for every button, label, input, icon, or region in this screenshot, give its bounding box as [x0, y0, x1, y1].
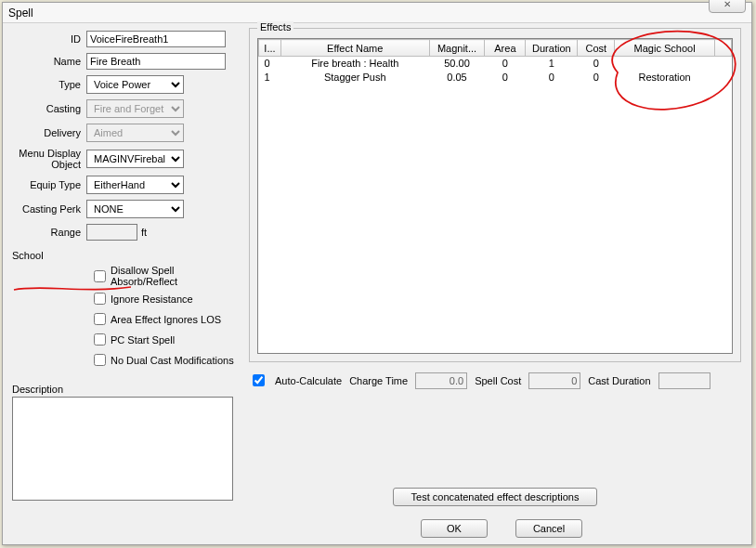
pc-start-spell-checkbox[interactable] — [94, 333, 106, 346]
menu-display-object-select[interactable]: MAGINVFireballArt — [86, 150, 184, 168]
spell-cost-label: Spell Cost — [475, 375, 521, 386]
auto-calculate-checkbox[interactable] — [253, 374, 265, 386]
titlebar: Spell ✕ — [3, 3, 751, 23]
effect-row[interactable]: 0 Fire breath : Health 50.00 0 1 0 — [259, 57, 732, 71]
charge-time-label: Charge Time — [349, 375, 408, 386]
menu-display-object-label: Menu Display Object — [12, 148, 86, 170]
pc-start-spell-label: PC Start Spell — [111, 334, 175, 346]
col-area[interactable]: Area — [485, 40, 526, 57]
effects-group-label: Effects — [257, 21, 293, 33]
delivery-label: Delivery — [12, 127, 86, 138]
school-group-label: School — [12, 250, 240, 261]
effects-group: Effects I... Effect Name Magnit... Area … — [249, 28, 741, 362]
spell-cost-field — [528, 372, 580, 389]
description-label: Description — [12, 384, 240, 395]
id-field[interactable] — [86, 31, 226, 47]
col-magnitude[interactable]: Magnit... — [429, 40, 485, 57]
close-button[interactable]: ✕ — [709, 0, 746, 13]
casting-perk-select[interactable]: NONE — [86, 200, 184, 218]
casting-label: Casting — [12, 103, 86, 114]
ignore-resistance-label: Ignore Resistance — [111, 294, 193, 305]
type-select[interactable]: Voice Power — [86, 75, 184, 94]
col-cost[interactable]: Cost — [578, 40, 615, 57]
col-spacer — [715, 40, 732, 57]
ignore-resistance-checkbox[interactable] — [94, 293, 106, 305]
effects-grid[interactable]: I... Effect Name Magnit... Area Duration… — [257, 38, 733, 354]
col-index[interactable]: I... — [259, 40, 281, 57]
disallow-absorb-label: Disallow Spell Absorb/Reflect — [111, 265, 240, 287]
name-field[interactable] — [86, 53, 226, 70]
spell-dialog: Spell ✕ ID Name Type Voice Power Casting — [2, 2, 752, 545]
no-dual-cast-checkbox[interactable] — [94, 354, 106, 366]
col-magic-school[interactable]: Magic School — [615, 40, 715, 57]
area-effect-los-label: Area Effect Ignores LOS — [111, 314, 221, 325]
cast-duration-field — [658, 372, 710, 389]
cast-duration-label: Cast Duration — [588, 375, 650, 386]
effect-row[interactable]: 1 Stagger Push 0.05 0 0 0 Restoration — [259, 71, 732, 85]
charge-time-field — [415, 372, 467, 389]
client-area: ID Name Type Voice Power Casting Fire an… — [3, 23, 751, 544]
name-label: Name — [12, 56, 86, 67]
equip-type-select[interactable]: EitherHand — [86, 176, 184, 194]
calc-row: Auto-Calculate Charge Time Spell Cost Ca… — [249, 372, 741, 389]
col-duration[interactable]: Duration — [526, 40, 578, 57]
area-effect-los-checkbox[interactable] — [94, 313, 106, 325]
auto-calculate-label: Auto-Calculate — [275, 375, 342, 386]
test-descriptions-button[interactable]: Test concatenated effect descriptions — [393, 488, 597, 506]
range-unit: ft — [141, 227, 147, 238]
spell-form: ID Name Type Voice Power Casting Fire an… — [12, 31, 240, 502]
no-dual-cast-label: No Dual Cast Modifications — [111, 355, 234, 366]
equip-type-label: Equip Type — [12, 179, 86, 190]
ok-button[interactable]: OK — [421, 519, 488, 538]
disallow-absorb-checkbox[interactable] — [94, 270, 106, 282]
casting-select: Fire and Forget — [86, 99, 184, 118]
casting-perk-label: Casting Perk — [12, 203, 86, 215]
effects-header-row: I... Effect Name Magnit... Area Duration… — [259, 40, 732, 57]
delivery-select: Aimed — [86, 124, 184, 142]
id-label: ID — [12, 33, 86, 45]
col-effect-name[interactable]: Effect Name — [280, 40, 429, 57]
type-label: Type — [12, 79, 86, 90]
range-field — [86, 224, 137, 241]
cancel-button[interactable]: Cancel — [515, 519, 582, 538]
description-field[interactable] — [12, 397, 233, 501]
range-label: Range — [12, 227, 86, 238]
window-title: Spell — [8, 7, 33, 20]
